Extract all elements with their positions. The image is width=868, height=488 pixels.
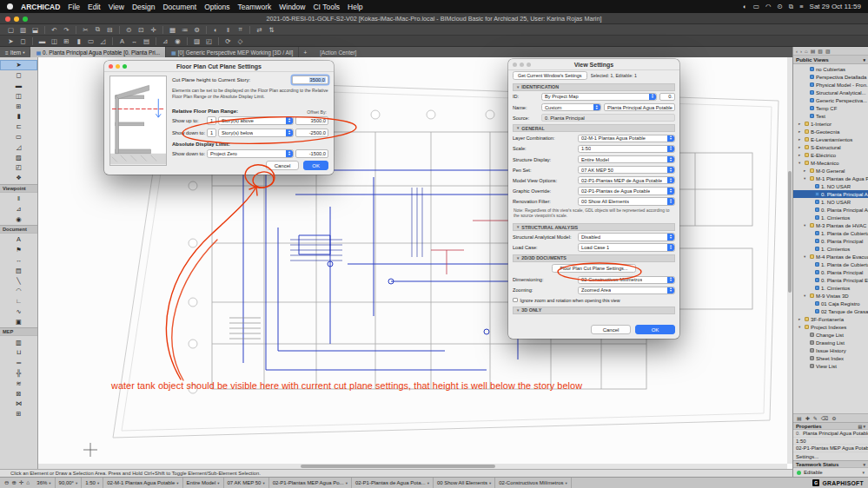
toolbox-slab-tool[interactable]: ▭ [0,132,37,142]
delete-view-icon[interactable]: ⌫ [821,415,828,421]
pan-icon[interactable]: ✛ [19,479,23,486]
ok-button[interactable]: OK [303,161,328,170]
paste-icon[interactable]: ⊟ [104,26,116,34]
renovation-icon[interactable]: ⟳ [222,37,234,45]
column-tool-icon[interactable]: ▮ [73,37,84,45]
graphic-override-indicator[interactable]: 02-P1-Plantas de Agua Pota...▾ [352,478,434,488]
id-field[interactable]: 0. [659,93,675,102]
show-down-count-field[interactable]: 1 [207,129,216,137]
rotation-indicator[interactable]: 90,00°▾ [56,478,83,488]
view-settings-shortcut[interactable]: Settings... [793,452,868,460]
save-icon[interactable]: ⬓ [30,26,41,34]
toolbox-wall-tool[interactable]: ▬ [0,81,37,91]
renovation-filter-popup[interactable]: 00 Show All Elements▲▼ [578,197,675,206]
search-icon[interactable]: ⊙ [778,3,783,11]
chevron-right-icon[interactable]: ▸ [804,168,808,173]
chevron-right-icon[interactable]: ▸ [798,129,803,134]
toolbox-object-tool[interactable]: ❖ [0,173,37,183]
tree-item[interactable]: ▸E-Eléctrico [793,151,868,159]
dialog-title-bar[interactable]: View Settings [508,59,679,70]
menu-help[interactable]: Help [348,3,362,11]
toolbox-pipe-tool[interactable]: ═ [0,358,37,368]
close-window-icon[interactable] [5,16,10,22]
cancel-button[interactable]: Cancel [266,161,300,170]
window-tool-icon[interactable]: ⊞ [61,37,72,45]
name-field[interactable]: Planta Principal Agua Potable [604,103,675,112]
new-folder-icon[interactable]: ✚ [805,415,810,421]
floor-plan-cut-plane-settings-button[interactable]: Floor Plan Cut Plane Settings... [552,264,635,273]
tree-item[interactable]: 1. Planta de Cubiertas [793,229,868,237]
toolbox-figure-tool[interactable]: ▣ [0,316,37,326]
chevron-right-icon[interactable]: ▸ [798,122,803,126]
new-tab-button[interactable]: + [299,49,311,56]
ok-button[interactable]: OK [635,325,675,334]
teamwork-status-row[interactable]: Editable ▾ [793,468,868,477]
renovation-filter-indicator[interactable]: 00 Show All Elements▾ [434,478,495,488]
layers-icon[interactable]: ▦ [167,26,178,34]
zoom-out-icon[interactable]: ⊖ [4,479,9,486]
text-tool-icon[interactable]: A [116,37,128,45]
zoom-level-indicator[interactable]: 36%▾ [33,478,55,488]
ignore-zoom-checkbox-row[interactable]: Ignore zoom and rotation when opening th… [513,296,675,304]
tab-inactive[interactable]: ▦[0] Generic Perspective MEP Working [3D… [166,47,299,57]
tree-item[interactable]: Issue History [793,346,868,354]
settings-icon[interactable]: ⚙ [191,26,202,34]
tree-item[interactable]: ▾M-9 Vistas 3D [793,292,868,300]
toolbox-dimension-tool[interactable]: ↔ [0,255,37,266]
toolbox-text-tool[interactable]: A [0,234,37,245]
toolbox-duct-tool[interactable]: ▥ [0,337,37,347]
structure-display-popup[interactable]: Entire Model▲▼ [578,155,675,164]
show-down-offset-field[interactable]: -2500,0 [295,129,328,137]
menu-document[interactable]: Document [162,3,196,11]
toolbox-mep-valve-tool[interactable]: ⋈ [0,399,37,409]
tree-item[interactable]: 0. Planta Principal Ev... [793,276,868,284]
layer-combination-popup[interactable]: 02-M-1 Plantas Agua Potable▲▼ [578,135,675,143]
id-popup[interactable]: By Project Map▲▼ [541,93,657,102]
chevron-down-icon[interactable]: ▾ [804,293,808,298]
copy-icon[interactable]: ⧉ [92,25,103,34]
chevron-right-icon[interactable]: ▸ [798,153,803,157]
redo-icon[interactable]: ↷ [61,26,72,34]
scale-indicator[interactable]: 1:50▾ [82,478,103,488]
toolbox-line-tool[interactable]: ╲ [0,275,37,286]
tree-item[interactable]: 0. Planta Principal Ag... [793,206,868,214]
tree-item[interactable]: ▾M-Mecánico [793,159,868,167]
toolbox-cable-carrier-tool[interactable]: ≋ [0,378,37,388]
zoom-in-icon[interactable]: ⊕ [11,479,16,486]
arrow-tool-icon[interactable]: ➤ [5,37,17,45]
tree-item[interactable]: 02 Tanque de Grasa [793,307,868,315]
tree-item[interactable]: Change List [793,331,868,339]
nav-back-icon[interactable]: ‹ [796,49,798,54]
toolbox-mesh-tool[interactable]: ▨ [0,152,37,162]
chevron-down-icon[interactable]: ▾ [804,254,808,259]
menu-design[interactable]: Design [132,3,155,11]
menu-options[interactable]: Options [204,3,229,11]
tree-item[interactable]: Physical Model - Fron... [793,81,868,89]
toolbox-mep-terminal-tool[interactable]: ⊠ [0,388,37,399]
tree-item[interactable]: 01 Caja Registro [793,300,868,307]
chevron-right-icon[interactable]: ▸ [798,317,803,321]
menu-clock[interactable]: Sat 29 Oct 11:59 [810,3,861,10]
toolbox-elevation-tool[interactable]: ⊿ [0,203,37,214]
menu-archicad[interactable]: ARCHICAD [21,3,60,11]
tree-item[interactable]: ▸1-Interior [793,120,868,128]
zoom-window-icon[interactable] [23,16,28,22]
toolbox-pipe-fitting-tool[interactable]: ╬ [0,368,37,379]
show-up-count-field[interactable]: 1 [207,116,216,125]
absolute-datum-popup[interactable]: Project Zero ▲▼ [207,149,294,158]
wifi-icon[interactable]: ◠ [765,3,772,11]
layout-book-icon[interactable]: ▧ [818,48,823,54]
action-center-label[interactable]: [Action Center] [320,49,356,56]
toolbox-roof-tool[interactable]: ◿ [0,142,37,152]
menu-edit[interactable]: Edit [88,3,101,11]
navigator-map-selector[interactable]: Public Views ▾ [793,56,868,64]
dimension-standard-indicator[interactable]: 02-Constructivos Milímetros▾ [495,478,572,488]
tree-item[interactable]: ▸S-Estructural [793,143,868,151]
minimize-window-icon[interactable] [14,16,19,22]
3d-view-icon[interactable]: ◇ [235,37,246,45]
new-file-icon[interactable]: ▢ [5,26,17,34]
roof-tool-icon[interactable]: ◿ [97,37,109,45]
control-center-icon[interactable]: ⧉ [789,3,793,11]
chevron-down-icon[interactable]: ▾ [798,325,803,329]
project-map-icon[interactable]: ⌂ [805,49,808,54]
